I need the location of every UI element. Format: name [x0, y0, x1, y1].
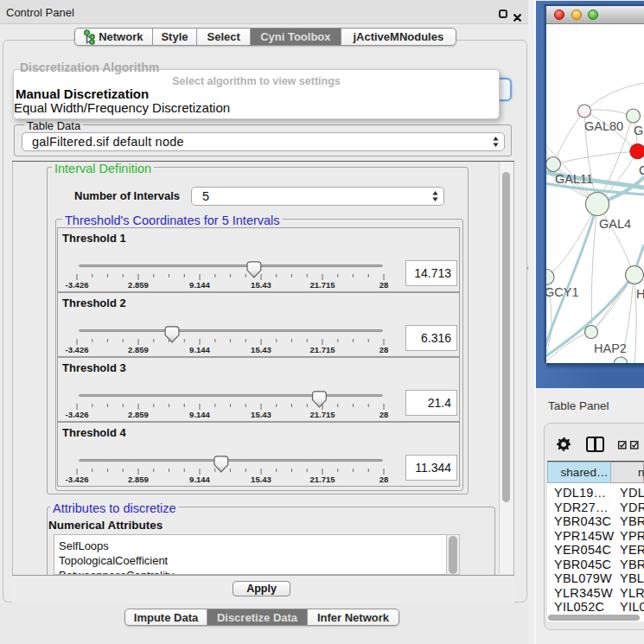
svg-text:GAL11: GAL11	[555, 172, 593, 186]
svg-text:G.: G.	[634, 124, 644, 137]
svg-text:C: C	[639, 163, 644, 177]
svg-text:H: H	[636, 287, 644, 301]
svg-text:GCY1: GCY1	[546, 285, 579, 299]
svg-text:HAP2: HAP2	[594, 341, 627, 355]
svg-text:GAL80: GAL80	[584, 119, 623, 133]
svg-text:GAL4: GAL4	[599, 217, 631, 231]
